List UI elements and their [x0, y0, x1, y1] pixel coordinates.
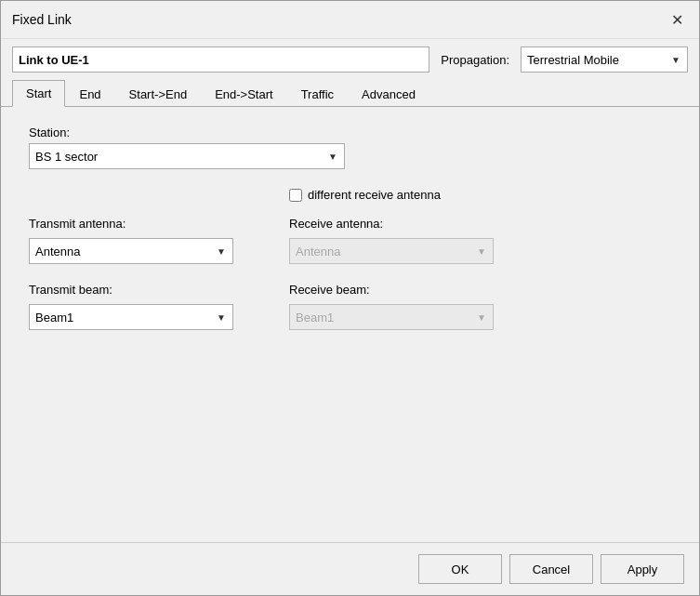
propagation-select[interactable]: Terrestrial Mobile Free Space Urban	[521, 46, 688, 73]
tab-advanced[interactable]: Advanced	[348, 80, 429, 107]
transmit-beam-field: Transmit beam: Beam1 ▼	[29, 283, 233, 330]
propagation-label: Propagation:	[441, 53, 509, 67]
title-bar: Fixed Link ✕	[1, 1, 699, 39]
tab-start-end[interactable]: Start->End	[115, 80, 202, 107]
different-receive-antenna-label: different receive antenna	[308, 188, 441, 202]
transmit-antenna-label: Transmit antenna:	[29, 217, 233, 231]
top-bar: Propagation: Terrestrial Mobile Free Spa…	[1, 39, 699, 80]
close-button[interactable]: ✕	[666, 8, 688, 31]
cancel-button[interactable]: Cancel	[509, 554, 593, 584]
station-label: Station:	[29, 126, 671, 139]
different-receive-antenna-row: different receive antenna	[289, 188, 671, 202]
dialog-title: Fixed Link	[12, 12, 72, 27]
receive-antenna-label: Receive antenna:	[289, 217, 494, 231]
receive-antenna-field: Receive antenna: Antenna ▼	[289, 217, 494, 264]
footer: OK Cancel Apply	[1, 542, 699, 595]
transmit-antenna-select[interactable]: Antenna	[29, 238, 233, 264]
receive-beam-field: Receive beam: Beam1 ▼	[289, 283, 494, 330]
different-receive-antenna-checkbox[interactable]	[289, 189, 302, 202]
station-select[interactable]: BS 1 sector	[29, 143, 345, 169]
receive-beam-label: Receive beam:	[289, 283, 494, 297]
tab-end-start[interactable]: End->Start	[201, 80, 287, 107]
transmit-beam-select[interactable]: Beam1	[29, 304, 233, 330]
tab-traffic[interactable]: Traffic	[287, 80, 348, 107]
tab-end[interactable]: End	[65, 80, 114, 107]
link-name-input[interactable]	[12, 46, 429, 73]
receive-beam-select: Beam1	[289, 304, 494, 330]
receive-antenna-select: Antenna	[289, 238, 494, 264]
tab-start[interactable]: Start	[12, 80, 65, 107]
beam-row: Transmit beam: Beam1 ▼ Receive beam: Bea…	[29, 283, 671, 330]
transmit-antenna-field: Transmit antenna: Antenna ▼	[29, 217, 233, 264]
antenna-row: Transmit antenna: Antenna ▼ Receive ante…	[29, 217, 671, 264]
content-area: Station: BS 1 sector ▼ different receive…	[1, 107, 699, 542]
station-section: Station: BS 1 sector ▼	[29, 126, 671, 169]
tabs-bar: Start End Start->End End->Start Traffic …	[1, 80, 699, 107]
fixed-link-dialog: Fixed Link ✕ Propagation: Terrestrial Mo…	[0, 0, 700, 596]
transmit-beam-label: Transmit beam:	[29, 283, 233, 297]
apply-button[interactable]: Apply	[601, 554, 684, 584]
ok-button[interactable]: OK	[418, 554, 502, 584]
